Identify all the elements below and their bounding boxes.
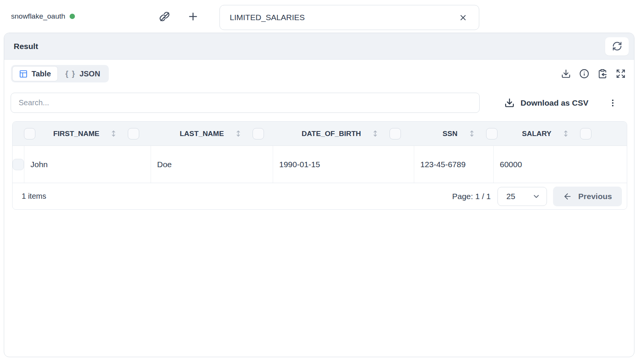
json-view-label: JSON (79, 70, 100, 78)
sort-arrows-icon (562, 129, 570, 138)
cell-last-name[interactable]: Doe (151, 146, 273, 183)
plus-icon (187, 11, 199, 22)
items-count: 1 items (22, 192, 46, 201)
result-panel: Result Table (4, 33, 634, 357)
tab-title: LIMITED_SALARIES (230, 13, 305, 22)
search-input[interactable] (11, 93, 480, 113)
column-label: DATE_OF_BIRTH (302, 130, 361, 138)
select-all-checkbox[interactable] (24, 128, 35, 139)
pagination-controls: Page: 1 / 1 25 Previous (452, 187, 622, 206)
header-cell-ssn: SSN (437, 128, 516, 139)
header-cell-salary: SALARY (516, 128, 627, 139)
top-bar: snowflake_oauth LIMITED_SALARIES (0, 0, 639, 33)
info-icon (579, 69, 589, 79)
column-checkbox[interactable] (128, 128, 139, 139)
kebab-menu-icon (608, 98, 617, 108)
sort-button[interactable] (234, 129, 242, 138)
table-icon (19, 70, 28, 78)
search-row: Download as CSV (4, 82, 634, 113)
sort-button[interactable] (468, 129, 476, 138)
chevron-down-icon (532, 192, 540, 201)
sort-button[interactable] (371, 129, 379, 138)
column-checkbox[interactable] (253, 128, 264, 139)
column-checkbox[interactable] (580, 128, 591, 139)
braces-icon: { } (65, 70, 76, 78)
result-table: FIRST_NAME LAST_NAME (12, 121, 627, 210)
sort-button[interactable] (110, 129, 118, 138)
page-indicator: Page: 1 / 1 (452, 192, 491, 201)
expand-icon (616, 69, 626, 79)
result-action-icons (561, 69, 626, 79)
header-cell-last-name: LAST_NAME (173, 128, 296, 139)
sort-arrows-icon (234, 129, 242, 138)
refresh-button[interactable] (605, 37, 629, 55)
previous-label: Previous (578, 192, 612, 201)
table-footer: 1 items Page: 1 / 1 25 (13, 183, 627, 209)
unlink-icon (159, 11, 170, 22)
result-toolbar: Table { } JSON (4, 60, 634, 82)
table-options-menu-button[interactable] (608, 98, 617, 108)
column-label: FIRST_NAME (53, 130, 99, 138)
new-tab-button[interactable] (187, 11, 199, 22)
view-toggle-group: Table { } JSON (11, 65, 109, 82)
result-title: Result (14, 42, 38, 51)
copy-result-button[interactable] (598, 69, 607, 79)
header-cell-first-name: FIRST_NAME (47, 128, 174, 139)
connection-status-dot (70, 14, 75, 19)
fullscreen-button[interactable] (616, 69, 626, 79)
download-result-button[interactable] (561, 69, 571, 79)
tab-table-view[interactable]: Table (12, 66, 58, 81)
sort-arrows-icon (468, 129, 476, 138)
row-select-cell (13, 146, 24, 183)
tab-limited-salaries[interactable]: LIMITED_SALARIES (219, 5, 479, 30)
clipboard-paste-icon (598, 69, 607, 79)
cell-salary[interactable]: 60000 (493, 146, 604, 183)
sort-arrows-icon (110, 129, 118, 138)
page-size-select[interactable]: 25 (498, 187, 547, 206)
result-header-bar: Result (4, 33, 634, 60)
connection-name: snowflake_oauth (11, 12, 65, 21)
tab-json-view[interactable]: { } JSON (58, 66, 108, 81)
page-size-value: 25 (506, 192, 515, 201)
sort-arrows-icon (371, 129, 379, 138)
column-checkbox[interactable] (389, 128, 401, 139)
disconnect-button[interactable] (159, 11, 170, 22)
tab-close-button[interactable] (459, 13, 467, 22)
download-icon (504, 98, 515, 108)
download-icon (561, 69, 571, 79)
header-cell-select (13, 128, 47, 139)
download-csv-button[interactable]: Download as CSV (504, 98, 588, 108)
table-view-label: Table (32, 70, 51, 78)
previous-page-button[interactable]: Previous (553, 187, 622, 206)
table-row[interactable]: John Doe 1990-01-15 123-45-6789 60000 (13, 146, 627, 183)
cell-date-of-birth[interactable]: 1990-01-15 (273, 146, 414, 183)
table-header-row: FIRST_NAME LAST_NAME (13, 122, 627, 146)
row-checkbox[interactable] (13, 159, 24, 170)
cell-ssn[interactable]: 123-45-6789 (414, 146, 493, 183)
column-label: SALARY (522, 130, 551, 138)
download-csv-label: Download as CSV (520, 98, 588, 108)
cell-first-name[interactable]: John (24, 146, 151, 183)
arrow-left-icon (563, 192, 572, 201)
column-checkbox[interactable] (486, 128, 498, 139)
close-icon (459, 13, 467, 22)
header-cell-date-of-birth: DATE_OF_BIRTH (296, 128, 437, 139)
sort-button[interactable] (562, 129, 570, 138)
column-label: LAST_NAME (180, 130, 224, 138)
column-label: SSN (443, 130, 458, 138)
result-info-button[interactable] (579, 69, 589, 79)
connection-indicator: snowflake_oauth (11, 0, 75, 33)
refresh-icon (612, 41, 622, 51)
